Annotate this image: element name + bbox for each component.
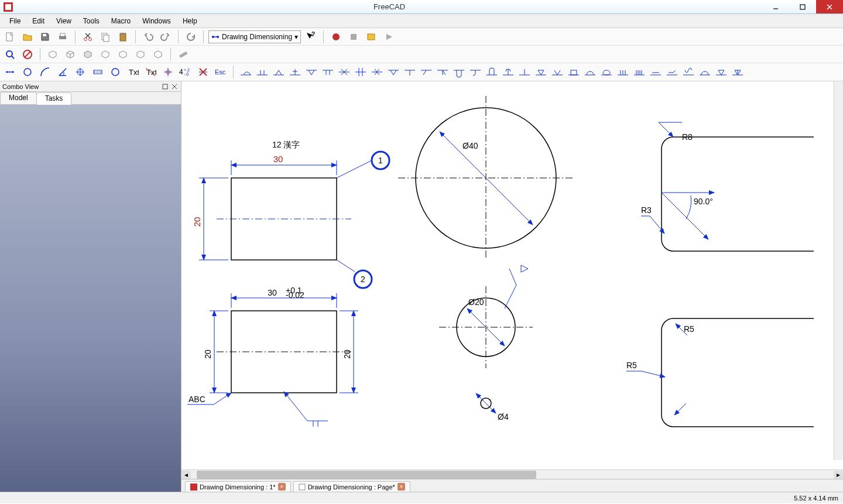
- maximize-button[interactable]: [789, 0, 816, 13]
- weld-symbol-4[interactable]: [287, 64, 303, 80]
- weld-symbol-29[interactable]: [697, 64, 712, 80]
- top-view-icon[interactable]: [80, 47, 95, 62]
- left-view-icon[interactable]: [150, 47, 166, 62]
- vertical-scrollbar[interactable]: [834, 81, 843, 460]
- menu-tools[interactable]: Tools: [77, 16, 105, 26]
- delete-dim-icon[interactable]: [196, 64, 211, 80]
- close-tab-icon[interactable]: ×: [278, 483, 286, 491]
- copy-icon[interactable]: [98, 29, 113, 44]
- weld-symbol-31[interactable]: [730, 64, 745, 80]
- workbench-selector[interactable]: Drawing Dimensioning ▾: [208, 30, 301, 43]
- scroll-right-icon[interactable]: ▸: [834, 471, 843, 479]
- weld-symbol-17[interactable]: [501, 64, 516, 80]
- close-tab-icon[interactable]: ×: [397, 483, 405, 491]
- circular-dim-icon[interactable]: [20, 64, 35, 80]
- linear-dim-icon[interactable]: [2, 64, 18, 80]
- weld-symbol-25[interactable]: [632, 64, 647, 80]
- weld-symbol-20[interactable]: [550, 64, 565, 80]
- weld-symbol-3[interactable]: [271, 64, 286, 80]
- weld-symbol-12[interactable]: [419, 64, 434, 80]
- centerline-icon[interactable]: [90, 64, 105, 80]
- weld-symbol-30[interactable]: [714, 64, 729, 80]
- doc-tab-1[interactable]: Drawing Dimensioning : 1* ×: [185, 481, 291, 492]
- svg-line-122: [337, 260, 355, 272]
- undo-icon[interactable]: [140, 29, 156, 44]
- radius-dim-icon[interactable]: [37, 64, 53, 80]
- menu-macro[interactable]: Macro: [105, 16, 136, 26]
- menu-windows[interactable]: Windows: [136, 16, 177, 26]
- weld-symbol-8[interactable]: [353, 64, 368, 80]
- svg-line-158: [505, 285, 516, 308]
- close-button[interactable]: [816, 0, 843, 13]
- escape-icon[interactable]: Esc: [213, 64, 228, 80]
- weld-symbol-7[interactable]: [337, 64, 352, 80]
- rear-view-icon[interactable]: [115, 47, 131, 62]
- minimize-button[interactable]: [762, 0, 789, 13]
- macros-icon[interactable]: [364, 29, 379, 44]
- weld-symbol-28[interactable]: [681, 64, 696, 80]
- weld-symbol-27[interactable]: [664, 64, 680, 80]
- center-mark-icon[interactable]: [73, 64, 88, 80]
- weld-symbol-24[interactable]: [615, 64, 630, 80]
- weld-symbol-13[interactable]: [435, 64, 450, 80]
- weld-symbol-11[interactable]: [402, 64, 417, 80]
- tab-tasks[interactable]: Tasks: [36, 92, 72, 105]
- right-view-icon[interactable]: [98, 47, 113, 62]
- bottom-view-icon[interactable]: [133, 47, 148, 62]
- circle-icon[interactable]: [108, 64, 123, 80]
- menu-edit[interactable]: Edit: [26, 16, 50, 26]
- app-icon: [4, 2, 13, 12]
- angle-dim-icon[interactable]: [55, 64, 70, 80]
- text-icon[interactable]: Txt: [125, 64, 140, 80]
- menu-help[interactable]: Help: [177, 16, 203, 26]
- open-file-icon[interactable]: [20, 29, 35, 44]
- tolerance-icon[interactable]: [160, 64, 176, 80]
- doc-tab-2[interactable]: Drawing Dimensioning : Page* ×: [293, 481, 410, 492]
- front-view-icon[interactable]: [63, 47, 78, 62]
- print-icon[interactable]: [55, 29, 70, 44]
- weld-symbol-9[interactable]: [369, 64, 385, 80]
- weld-symbol-19[interactable]: [533, 64, 549, 80]
- weld-symbol-26[interactable]: [648, 64, 663, 80]
- stop-macro-icon[interactable]: [346, 29, 361, 44]
- weld-symbol-10[interactable]: [386, 64, 401, 80]
- svg-rect-171: [190, 484, 197, 491]
- weld-symbol-2[interactable]: [255, 64, 270, 80]
- refresh-icon[interactable]: [183, 29, 198, 44]
- whatsthis-icon[interactable]: ?: [303, 29, 318, 44]
- paste-icon[interactable]: [115, 29, 131, 44]
- close-panel-icon[interactable]: [170, 83, 179, 91]
- execute-macro-icon[interactable]: [381, 29, 396, 44]
- weld-symbol-14[interactable]: [451, 64, 467, 80]
- scroll-left-icon[interactable]: ◂: [181, 471, 191, 479]
- weld-symbol-6[interactable]: [320, 64, 335, 80]
- weld-symbol-18[interactable]: [517, 64, 532, 80]
- menu-file[interactable]: File: [4, 16, 26, 26]
- edit-text-icon[interactable]: Txt: [143, 64, 158, 80]
- weld-symbol-5[interactable]: [304, 64, 319, 80]
- scroll-thumb[interactable]: [197, 471, 536, 479]
- drawing-canvas[interactable]: 30 20 12 漢字 1 2: [181, 81, 843, 469]
- horizontal-scrollbar[interactable]: ◂ ▸: [181, 469, 843, 479]
- draw-style-icon[interactable]: [20, 47, 35, 62]
- tab-model[interactable]: Model: [0, 92, 37, 104]
- weld-symbol-23[interactable]: [599, 64, 614, 80]
- zoom-fit-icon[interactable]: [2, 47, 18, 62]
- weld-symbol-16[interactable]: [484, 64, 499, 80]
- save-icon[interactable]: [37, 29, 53, 44]
- new-file-icon[interactable]: [2, 29, 18, 44]
- undock-icon[interactable]: [161, 83, 169, 91]
- weld-symbol-22[interactable]: [582, 64, 598, 80]
- menu-view[interactable]: View: [50, 16, 77, 26]
- weld-symbol-1[interactable]: [238, 64, 253, 80]
- svg-text:Ø40: Ø40: [462, 141, 478, 150]
- svg-rect-15: [121, 33, 125, 35]
- measure-icon[interactable]: [176, 47, 191, 62]
- cut-icon[interactable]: [80, 29, 95, 44]
- tolerance-text-icon[interactable]: 4+.2-.0: [178, 64, 193, 80]
- record-macro-icon[interactable]: [328, 29, 344, 44]
- weld-symbol-21[interactable]: [566, 64, 581, 80]
- weld-symbol-15[interactable]: [468, 64, 483, 80]
- iso-view-icon[interactable]: [45, 47, 60, 62]
- redo-icon[interactable]: [158, 29, 173, 44]
